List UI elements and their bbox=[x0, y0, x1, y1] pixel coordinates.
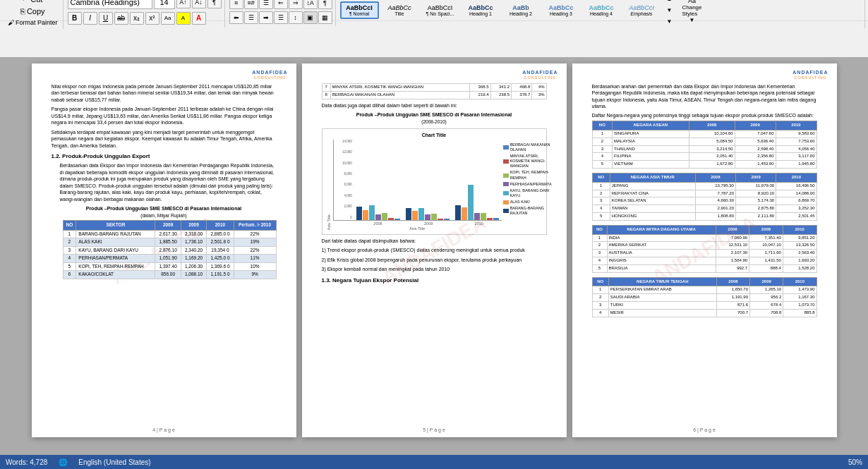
style-title[interactable]: AaBbCc Title bbox=[380, 1, 419, 19]
numbered-list-button[interactable]: ≡# bbox=[244, 0, 258, 9]
col-2010: 2010 bbox=[207, 221, 234, 230]
bar-rajutan-2008 bbox=[356, 207, 362, 220]
table-row: 2ALAS KAKI1,885.501,736.102,501.8 019% bbox=[63, 238, 276, 246]
bar-perhiasan-2009 bbox=[425, 214, 430, 220]
sort-button[interactable]: ↕A bbox=[303, 0, 318, 9]
increase-font-button[interactable]: A↑ bbox=[176, 0, 191, 8]
table-row: 1PERSERIKATAN EMIRAT ARAB1,650.701,265.1… bbox=[592, 286, 816, 294]
increase-indent-button[interactable]: ⇒ bbox=[289, 0, 303, 9]
chart-x-labels: 2008 2009 2010 bbox=[356, 221, 502, 226]
legend-item: PERHIASAN/PERMATA bbox=[503, 182, 552, 187]
justify-button[interactable]: ☰ bbox=[274, 11, 288, 24]
clipboard-group: ✂ Cut ⎘ Copy 🖌 Format Painter Clipboard bbox=[3, 0, 64, 29]
table-row: 3KOREA SELATAN4,660.305,174.306,869.70 bbox=[592, 197, 816, 205]
page-4: ANDAFIDEA ANDAFIDEA CONSULTING Nilai eks… bbox=[32, 63, 296, 437]
align-center-button[interactable]: ☰ bbox=[244, 11, 258, 24]
p5-point2: 2) Efik Krisis global 2008 berpengaruh p… bbox=[322, 257, 547, 263]
col-sektor: SEKTOR bbox=[76, 221, 155, 230]
table-row: 1BARANG-BARANG RAJUTAN2,617.302,318.002,… bbox=[63, 230, 276, 238]
p6-table-mitra-body: 1INDIA7,060.907,351.409,851.20 2AMERIKA … bbox=[592, 234, 816, 272]
styles-scroll-up[interactable]: ▲ bbox=[663, 0, 675, 4]
logo-4: ANDAFIDEA CONSULTING bbox=[252, 69, 287, 80]
p4-heading1: 1.2. Produk-Produk Unggulan Export bbox=[52, 153, 277, 160]
bold-button[interactable]: B bbox=[68, 12, 82, 25]
format-painter-button[interactable]: 🖌 Format Painter bbox=[6, 18, 60, 28]
underline-button[interactable]: U bbox=[99, 12, 113, 25]
bar-perhiasan-2010 bbox=[474, 213, 480, 220]
styles-scroll-down[interactable]: ▼ bbox=[663, 6, 675, 16]
paint-icon: 🖌 bbox=[8, 19, 14, 26]
shading-button[interactable]: ▣ bbox=[303, 11, 318, 24]
main-area: ANDAFIDEA ANDAFIDEA CONSULTING Nilai eks… bbox=[0, 58, 868, 455]
legend-item: KAYU, BARANG DARI KAYU bbox=[503, 188, 552, 198]
style-heading1[interactable]: AaBbCc Heading 1 bbox=[461, 1, 500, 19]
p6-table-mitra: NO NEGARA MITRA DAGANG UTAMA 2008 2009 2… bbox=[592, 225, 817, 273]
style-normal[interactable]: AaBbCcI ¶ Normal bbox=[340, 1, 379, 19]
cut-icon: ✂ bbox=[23, 0, 29, 4]
p6-table-timteng: NO NEGARA TIMUR TENGAH 2008 2009 2010 1P… bbox=[592, 277, 817, 317]
show-hide-button[interactable]: ¶ bbox=[318, 0, 332, 9]
bar-makanan-2008 bbox=[394, 219, 400, 220]
copy-icon: ⎘ bbox=[20, 7, 25, 16]
bar-kopi-2009 bbox=[431, 214, 437, 220]
p6-intro: Berdasarkan arahan dari pemerintah dan d… bbox=[592, 83, 817, 110]
border-button[interactable]: ▦ bbox=[318, 11, 332, 24]
paragraph-group: ≡ ≡# ☰ ⇐ ⇒ ↕A ¶ ⬅ ☰ ➡ ☰ ↕ ▣ ▦ bbox=[227, 0, 336, 26]
bar-kayu-2010 bbox=[468, 185, 474, 220]
line-spacing-button[interactable]: ↕ bbox=[289, 11, 303, 24]
table-row: 1SINGAPURA10,104.607,047.609,583.60 bbox=[592, 130, 816, 138]
bar-group-2008 bbox=[356, 205, 400, 220]
bar-kopi-2010 bbox=[481, 213, 486, 220]
table-row: 5VIETNAM1,672.801,453.901,945.80 bbox=[592, 161, 816, 169]
change-styles-button[interactable]: Aa Change Styles ▼ bbox=[676, 0, 707, 25]
bar-minyak-2008 bbox=[388, 218, 394, 220]
p5-chart-sub: (2008-2010) bbox=[322, 119, 547, 125]
styles-more[interactable]: ▼ bbox=[663, 17, 675, 27]
font-name-input[interactable] bbox=[68, 0, 152, 9]
chart-legend: BERBAGAI MAKANAN OLAHAN MINYAK ATSIRI, K… bbox=[502, 140, 553, 231]
p5-conclusion: Dari table diatas dapat disimpulkan bahw… bbox=[322, 238, 547, 244]
subscript-button[interactable]: x₂ bbox=[130, 12, 144, 25]
decrease-indent-button[interactable]: ⇐ bbox=[274, 0, 288, 9]
bullets-button[interactable]: ≡ bbox=[229, 0, 243, 9]
multilevel-list-button[interactable]: ☰ bbox=[259, 0, 273, 9]
chart-y-axis-label: Axis Title bbox=[325, 140, 333, 231]
bar-minyak-2010 bbox=[487, 218, 493, 220]
style-heading4[interactable]: AaBbCc Heading 4 bbox=[581, 1, 620, 19]
p6-table-asiatimur: NO NEGARA ASIA TIMUR 2008 2009 2010 1JEP… bbox=[592, 173, 817, 221]
cut-button[interactable]: ✂ Cut bbox=[20, 0, 44, 5]
align-left-button[interactable]: ⬅ bbox=[229, 11, 243, 24]
clear-format-button[interactable]: ¶ bbox=[207, 0, 222, 8]
align-right-button[interactable]: ➡ bbox=[259, 11, 273, 24]
styles-gallery: AaBbCcI ¶ Normal AaBbCc Title AaBbCcI ¶ … bbox=[340, 1, 661, 19]
style-nospace[interactable]: AaBbCcI ¶ No Spaci... bbox=[421, 1, 460, 19]
chart-x-title: Axis Title bbox=[333, 226, 502, 231]
font-color-button[interactable]: A bbox=[192, 12, 206, 25]
font-case-button[interactable]: Aa bbox=[161, 12, 175, 25]
font-size-input[interactable] bbox=[154, 0, 175, 9]
style-emphasis[interactable]: AaBbCcI Emphasis bbox=[622, 1, 661, 19]
legend-item: BARANG-BARANG RAJUTAN bbox=[503, 206, 552, 216]
p5-below-table: Data diatas juga dapat dilihat dalam tab… bbox=[322, 102, 547, 109]
italic-button[interactable]: I bbox=[83, 12, 97, 25]
chart-title: Chart Title bbox=[325, 132, 543, 138]
highlight-button[interactable]: A bbox=[176, 12, 191, 25]
style-heading3[interactable]: AaBbCc Heading 3 bbox=[541, 1, 580, 19]
copy-button[interactable]: ⎘ Copy bbox=[18, 6, 47, 17]
superscript-button[interactable]: x² bbox=[145, 12, 159, 25]
p5-table-top: 7MINYAK ATSIRI, KOSMETIK WANGI-WANGIAN36… bbox=[322, 83, 547, 99]
table-row: 1INDIA7,060.907,351.409,851.20 bbox=[592, 234, 816, 242]
font-group: A↑ A↓ ¶ B I U ab x₂ x² Aa A A bbox=[65, 0, 225, 28]
style-heading2[interactable]: AaBb Heading 2 bbox=[501, 1, 540, 19]
p4-intro2: Pangsa pasar ekspor Indonesia pada Janua… bbox=[52, 106, 277, 126]
strikethrough-button[interactable]: ab bbox=[114, 12, 128, 25]
table-row: 4MESIR700.7708.8885.8 bbox=[592, 309, 816, 317]
table-row: 5BRASILIA992.7888.41,528.20 bbox=[592, 264, 816, 272]
legend-item: ALAS KAKI bbox=[503, 200, 552, 205]
page-number-6: 6 | P a g e bbox=[693, 427, 716, 433]
bar-group-2009 bbox=[406, 208, 450, 220]
table-row: 2REP.RAKYAT CINA7,787.208,920.1014,088.0… bbox=[592, 190, 816, 197]
decrease-font-button[interactable]: A↓ bbox=[192, 0, 206, 8]
p5-point3: 3) Ekspor kembali normal dan meningkat p… bbox=[322, 266, 547, 272]
p4-intro1: Nilai ekspor non migas Indonesia pada pe… bbox=[52, 83, 277, 103]
